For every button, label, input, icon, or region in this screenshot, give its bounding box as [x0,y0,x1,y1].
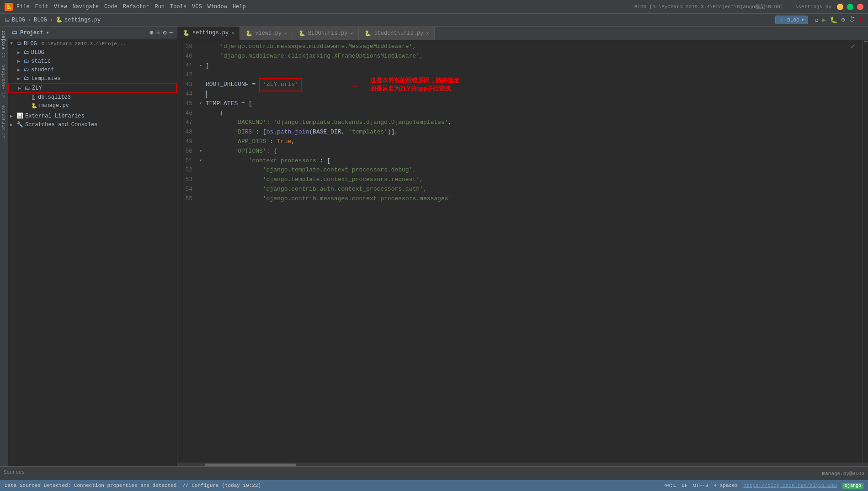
tree-item-db[interactable]: ▶ 🗄 db.sqlite3 [8,93,177,101]
code-line-50: ▾ 'OPTIONS' : { [206,147,863,156]
tab-close-settings[interactable]: ✕ [231,30,234,36]
locate-icon[interactable]: ⊕ [149,29,153,37]
breadcrumb-item-settings[interactable]: settings.py [64,17,101,23]
structure-tab-label[interactable]: Z: Structure [0,101,8,142]
menu-code[interactable]: Code [104,4,117,10]
menu-run[interactable]: Run [154,4,165,10]
close-button[interactable] [857,4,863,10]
menu-navigate[interactable]: Navigate [72,4,99,10]
line-num-39: 39 [177,42,196,52]
code-key-ctx: 'context_processors' [206,156,320,166]
breadcrumb-item-blog1[interactable]: BLOG [12,17,25,23]
menu-edit[interactable]: Edit [35,4,48,10]
line-num-49: 49 [177,137,196,147]
tree-item-blog[interactable]: ▶ 🗂 BLOG [8,48,177,57]
settings-icon[interactable]: ⚙ [163,29,166,37]
menu-vcs[interactable]: VCS [192,4,202,10]
coverage-icon[interactable]: ⊕ [840,15,846,25]
code-comma-48b: , [395,128,399,137]
maximize-button[interactable] [847,4,853,10]
file-icon-manage: 🐍 [31,103,37,109]
scratches-icon: 🔧 [16,121,23,128]
code-lines: ✓ 'django.contrib.messages.middleware.Me… [200,40,863,463]
project-panel: 🗂 Project ▾ ⊕ ≡ ⚙ — ▼ 🗂 BLOG D:\PyCharm … [8,27,177,466]
code-bracket-48: [ [263,128,266,137]
project-tab-label[interactable]: 1: Project [0,27,8,61]
menu-refactor[interactable]: Refactor [123,4,149,10]
menu-tools[interactable]: Tools [170,4,186,10]
tab-student-urls[interactable]: 🐍 student\urls.py ✕ [359,27,435,40]
code-templates-var: TEMPLATES [206,99,238,109]
breadcrumb-item-blog2[interactable]: BLOG [34,17,47,23]
menu-view[interactable]: View [54,4,67,10]
tree-item-zly[interactable]: ▶ 🗂 ZLY [8,83,177,93]
code-var-root-urlconf: ROOT_URLCONF [206,80,249,90]
line-num-43: 43 [177,80,196,90]
run-icon[interactable]: ▶ [821,15,827,25]
header-dropdown-icon[interactable]: ▾ [46,29,49,36]
breadcrumb-sep2: › [50,17,53,23]
horizontal-scrollbar[interactable] [177,463,868,466]
tree-label-db: db.sqlite3 [38,94,71,101]
line-num-47: 47 [177,118,196,128]
code-key-appdirs: 'APP_DIRS' [206,137,270,147]
tab-close-blog-urls[interactable]: ✕ [350,31,353,36]
profile-icon[interactable]: ⏱ [848,15,856,25]
menu-file[interactable]: File [16,4,30,10]
tree-item-manage[interactable]: ▶ 🐍 manage.py [8,101,177,110]
code-line-45: ▾ TEMPLATES = [ [206,99,863,109]
folder-icon-zly: 🗂 [25,85,30,91]
tab-blog-urls[interactable]: 🐍 BLOG\urls.py ✕ [293,27,359,40]
run-config-area: dj BLOG ▾ ↺ ▶ 🐛 ⊕ ⏱ ■ [775,15,863,25]
scrollbar-thumb[interactable] [205,464,296,466]
code-basedir: BASE_DIR [313,128,341,137]
refresh-icon[interactable]: ↺ [814,15,819,25]
collapse-all-icon[interactable]: ≡ [156,29,160,37]
line-num-45: 45 [177,99,196,109]
tree-label-blog: BLOG [31,49,44,56]
debug-icon[interactable]: 🐛 [829,15,838,25]
app-icon: 🐍 [5,3,13,11]
tree-label-student: student [31,67,54,73]
tree-item-static[interactable]: ▶ 🗂 static [8,57,177,65]
tree-label-external: External Libraries [25,113,85,119]
menu-window[interactable]: Window [208,4,227,10]
line-num-41: 41 [177,61,196,71]
tree-item-scratches[interactable]: ▶ 🔧 Scratches and Consoles [8,120,177,129]
tab-settings[interactable]: 🐍 settings.py ✕ [177,27,240,40]
code-text-39: 'django.contrib.messages.middleware.Mess… [206,42,416,52]
run-config-button[interactable]: dj BLOG ▾ [775,16,808,24]
favorites-tab-label[interactable]: 2: Favorites [0,61,8,101]
menu-bar[interactable]: File Edit View Navigate Code Refactor Ru… [16,4,246,10]
code-text-41: ] [206,61,209,71]
code-line-48: 'DIRS' : [ os.path.join ( BASE_DIR , 'te… [206,128,863,137]
code-editor[interactable]: 39 40 41 42 43 44 45 46 47 48 49 50 51 5… [177,40,868,466]
window-controls[interactable] [837,4,863,10]
editor-tabs: 🐍 settings.py ✕ 🐍 views.py ✕ 🐍 BLOG\urls… [177,27,868,40]
tab-close-student-urls[interactable]: ✕ [426,31,429,36]
breadcrumb-sep1: › [28,17,31,23]
code-line-52: 'django.template.context_processors.debu… [206,165,863,175]
code-key-backend: 'BACKEND' [206,118,266,128]
tab-label-views: views.py [255,30,282,37]
tab-close-views[interactable]: ✕ [284,31,287,36]
code-line-53: 'django.template.context_processors.requ… [206,175,863,185]
tree-item-templates[interactable]: ▶ 🗂 templates [8,74,177,83]
tree-item-external[interactable]: ▶ 📊 External Libraries [8,112,177,120]
folder-icon: 🗂 [12,29,17,36]
tab-views[interactable]: 🐍 views.py ✕ [240,27,293,40]
stop-icon[interactable]: ■ [858,15,863,25]
tree-item-student[interactable]: ▶ 🗂 student [8,65,177,74]
menu-help[interactable]: Help [233,4,246,10]
minimize-button[interactable] [837,4,843,10]
hide-icon[interactable]: — [170,29,173,37]
breadcrumb-bar: 🗂 BLOG › BLOG › 🐍 settings.py dj BLOG ▾ … [0,14,868,27]
tab-icon-blog-urls: 🐍 [298,30,305,37]
code-line-55: 'django.contrib.messages.context_process… [206,194,863,204]
line-num-51: 51 [177,156,196,166]
code-comma-48a: , [341,128,349,137]
main-layout: 1: Project 2: Favorites Z: Structure 🗂 P… [0,27,868,466]
project-header: 🗂 Project ▾ ⊕ ≡ ⚙ — [8,27,177,39]
code-op-43: = [249,80,259,90]
tree-item-blog-root[interactable]: ▼ 🗂 BLOG D:\PyCharm 2019.3.4\Proje... [8,39,177,48]
